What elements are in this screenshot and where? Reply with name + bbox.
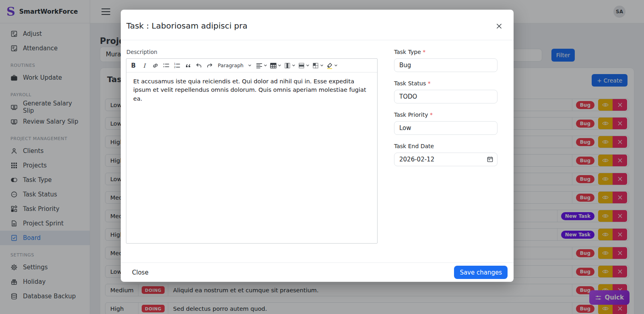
task-priority-input[interactable] [394,121,497,135]
required-asterisk: * [428,112,433,118]
required-asterisk: * [421,49,425,55]
paragraph-style-label: Paragraph [218,62,244,68]
toolbar-highlight-icon[interactable] [325,60,339,71]
field-input-wrap [394,58,497,72]
modal-close-button[interactable]: Close [129,266,152,279]
task-end-date-input[interactable] [394,153,497,166]
field-input-wrap [394,90,497,103]
redo-icon [206,62,213,69]
bulleted-list-icon [163,62,170,69]
toolbar-italic-icon[interactable]: I [139,60,149,71]
svg-text:1: 1 [174,62,175,66]
toolbar-redo-icon[interactable] [204,60,215,71]
toolbar-undo-icon[interactable] [194,60,204,71]
required-asterisk: * [426,80,430,87]
chevron-down-icon [278,64,281,67]
toolbar-paragraph-dropdown[interactable]: Paragraph [215,60,254,71]
toolbar-insert-table-icon[interactable] [269,60,282,71]
toolbar-text-alignment-icon[interactable] [255,60,268,71]
toolbar-table-column-icon[interactable] [283,60,296,71]
description-label: Description [126,49,157,55]
toolbar-block-quote-icon[interactable] [183,60,193,71]
field-label: Task Status * [394,80,497,87]
chevron-down-icon [292,64,295,67]
chevron-down-icon [320,64,324,67]
chevron-down-icon [248,64,252,67]
toolbar-merge-cells-icon[interactable] [311,60,324,71]
editor-content[interactable]: Et accusamus iste quia reiciendis et. Qu… [126,72,377,108]
link-icon [152,62,159,69]
table-row-icon [298,62,305,69]
block-quote-icon [184,62,192,69]
modal-footer: Close Save changes [121,262,514,281]
chevron-down-icon [264,64,267,67]
modal-title: Task : Laboriosam adipisci pra [126,21,248,31]
editor-toolbar: BI12Paragraph [126,59,377,72]
svg-text:2: 2 [174,66,175,69]
description-editor[interactable]: BI12Paragraph Et accusamus iste quia rei… [126,58,378,244]
task-modal: Task : Laboriosam adipisci pra Descripti… [121,10,514,282]
chevron-down-icon [334,64,338,67]
chevron-down-icon [306,64,310,67]
save-changes-button[interactable]: Save changes [454,266,508,279]
highlight-icon [326,62,333,69]
insert-table-icon [270,62,277,69]
toolbar-bold-icon[interactable]: B [128,60,138,71]
field-label-text: Task Type [394,49,421,55]
field-label: Task Type * [394,49,497,55]
task-type-input[interactable] [394,58,497,72]
field-input-wrap [394,153,497,166]
field-label-text: Task Priority [394,112,428,118]
field-input-wrap [394,121,497,135]
field-label-text: Task End Date [394,143,434,149]
field-label: Task End Date [394,143,497,149]
toolbar-bulleted-list-icon[interactable] [161,60,171,71]
app-root: S SmartWorkForce AdjustAttendanceROUTINE… [0,0,644,314]
bold-icon: B [131,62,136,69]
undo-icon [195,62,202,69]
italic-icon: I [143,62,146,69]
close-icon[interactable] [495,22,504,31]
merge-cells-icon [312,62,319,69]
toolbar-table-row-icon[interactable] [297,60,310,71]
modal-body: Description BI12Paragraph Et accusamus i… [121,40,514,262]
field-label-text: Task Status [394,80,426,87]
modal-fields: Task Type *Task Status *Task Priority *T… [394,40,497,166]
modal-header: Task : Laboriosam adipisci pra [121,10,514,40]
toolbar-link-icon[interactable] [150,60,160,71]
table-column-icon [284,62,291,69]
text-alignment-icon [256,62,263,69]
field-label: Task Priority * [394,112,497,118]
task-status-input[interactable] [394,90,497,103]
toolbar-numbered-list-icon[interactable]: 12 [172,60,182,71]
numbered-list-icon: 12 [173,62,181,69]
